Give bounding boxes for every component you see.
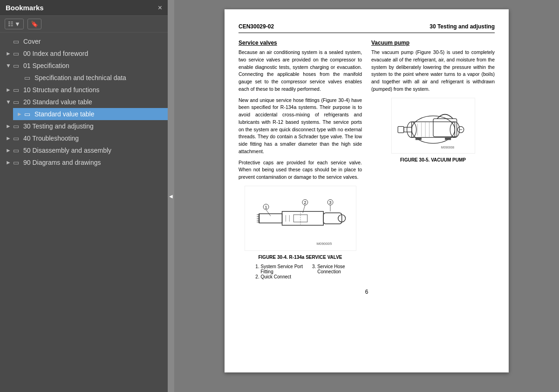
expand-icon: ►	[6, 159, 13, 166]
page-header-right: 30 Testing and adjusting	[429, 23, 495, 30]
figure-30-4-legend: 1. System Service Port Fitting 2. Quick …	[255, 264, 345, 279]
sidebar-item-01-spec[interactable]: ▼ ▭ 01 Specification	[0, 60, 168, 72]
svg-rect-31	[398, 126, 404, 132]
figure-30-4-image: 1 2 3 M090005	[245, 186, 356, 251]
sidebar-item-standard-value-table[interactable]: ► ▭ Standard value table	[13, 108, 168, 120]
svg-text:1: 1	[265, 205, 267, 210]
sidebar-item-label: 01 Specification	[23, 62, 164, 69]
main-content: CEN30029-02 30 Testing and adjusting Ser…	[174, 0, 559, 392]
left-column: Service valves Because an air conditioni…	[239, 40, 362, 279]
figure-30-4-container: 1 2 3 M090005	[239, 186, 362, 279]
right-column: Vacuum pump The vacuum pump (Figure 30-5…	[371, 40, 495, 279]
sidebar-item-label: 40 Troubleshooting	[23, 135, 164, 142]
sidebar-header: Bookmarks ×	[0, 0, 168, 16]
sidebar-item-40-trouble[interactable]: ► ▭ 40 Troubleshooting	[0, 132, 168, 144]
content-columns: Service valves Because an air conditioni…	[239, 40, 495, 279]
bookmark-icon: ▭	[13, 159, 21, 166]
svg-rect-8	[323, 213, 341, 224]
legend-item-3: 3. Service Hose	[312, 264, 345, 269]
sidebar-item-90-diagrams[interactable]: ► ▭ 90 Diagrams and drawings	[0, 156, 168, 169]
svg-rect-39	[445, 137, 451, 140]
sidebar-item-label: 10 Structure and functions	[23, 86, 164, 94]
svg-rect-30	[403, 127, 411, 132]
svg-line-14	[266, 210, 271, 216]
legend-item-2: 2. Quick Connect	[255, 274, 303, 279]
svg-text:M090005: M090005	[316, 242, 332, 246]
expand-icon: ►	[6, 87, 13, 93]
figure-30-4-caption: FIGURE 30-4. R-134a SERVICE VALVE	[239, 255, 362, 260]
legend-item-3b: Connection	[312, 269, 345, 274]
sidebar-item-label: 20 Standard value table	[23, 98, 164, 106]
service-valves-para3: Protective caps are provided for each se…	[239, 159, 362, 181]
svg-rect-38	[416, 137, 422, 140]
view-options-button[interactable]: ☷ ▼	[5, 19, 24, 29]
figure-30-5-caption: FIGURE 30-5. VACUUM PUMP	[371, 157, 495, 162]
svg-text:M090008: M090008	[441, 145, 454, 149]
svg-rect-29	[433, 118, 457, 136]
service-valves-para2: New and unique service hose fittings (Fi…	[239, 97, 362, 155]
bookmark-tree: ▭ Cover ► ▭ 00 Index and foreword ▼ ▭ 01…	[0, 33, 168, 392]
page-container: CEN30029-02 30 Testing and adjusting Ser…	[225, 9, 509, 372]
bookmark-icon: ▭	[13, 86, 21, 94]
bookmark-icon: ▭	[13, 98, 21, 106]
sidebar-item-10-structure[interactable]: ► ▭ 10 Structure and functions	[0, 84, 168, 96]
close-button[interactable]: ×	[158, 4, 162, 12]
bookmark-icon: ▭	[13, 38, 21, 45]
page-header: CEN30029-02 30 Testing and adjusting	[239, 23, 495, 33]
bookmark-icon: ▭	[13, 135, 21, 142]
bookmark-icon: ▭	[24, 74, 33, 81]
sidebar-item-label: 90 Diagrams and drawings	[23, 159, 164, 166]
bookmark-button[interactable]: 🔖	[27, 19, 41, 29]
sidebar-item-label: Standard value table	[34, 110, 164, 118]
sidebar-item-label: 50 Disassembly and assembly	[23, 147, 164, 154]
expand-icon: ►	[6, 50, 13, 57]
sidebar-title: Bookmarks	[6, 4, 44, 12]
sidebar: Bookmarks × ☷ ▼ 🔖 ▭ Cover ► ▭ 00 Index a…	[0, 0, 168, 392]
svg-text:3: 3	[329, 200, 331, 205]
bookmark-icon: ▭	[13, 122, 21, 130]
expand-icon: ►	[6, 135, 13, 142]
legend-item-1b: Fitting	[255, 269, 303, 274]
expand-icon: ▼	[6, 99, 13, 105]
sidebar-item-label: Specification and technical data	[34, 74, 164, 81]
figure-30-5-image: M090008	[391, 98, 475, 154]
expand-icon: ►	[17, 111, 24, 117]
sidebar-item-01-spec-children: ▭ Specification and technical data	[0, 72, 168, 84]
bookmark-icon: ▭	[13, 62, 21, 69]
service-valves-heading: Service valves	[239, 40, 362, 46]
expand-icon: ▼	[6, 62, 13, 69]
bookmark-icon: ▭	[13, 147, 21, 154]
splitter-arrow[interactable]: ◀	[168, 0, 174, 392]
sidebar-item-30-testing[interactable]: ► ▭ 30 Testing and adjusting	[0, 120, 168, 132]
view-icon: ☷	[8, 20, 14, 27]
page-header-left: CEN30029-02	[239, 23, 274, 30]
expand-icon	[6, 38, 13, 45]
sidebar-item-label: 30 Testing and adjusting	[23, 122, 164, 130]
bookmark-icon: ▭	[24, 110, 33, 118]
sidebar-item-label: Cover	[23, 38, 164, 45]
page-number: 6	[239, 289, 495, 295]
sidebar-item-spec-data[interactable]: ▭ Specification and technical data	[13, 72, 168, 84]
svg-text:2: 2	[304, 200, 306, 205]
expand-icon: ►	[6, 123, 13, 129]
sidebar-item-20-standard[interactable]: ▼ ▭ 20 Standard value table	[0, 96, 168, 108]
svg-rect-0	[282, 211, 323, 225]
service-valves-para1: Because an air conditioning system is a …	[239, 49, 362, 93]
sidebar-item-cover[interactable]: ▭ Cover	[0, 35, 168, 47]
vacuum-pump-heading: Vacuum pump	[371, 40, 495, 46]
sidebar-item-50-disassembly[interactable]: ► ▭ 50 Disassembly and assembly	[0, 144, 168, 156]
svg-rect-1	[259, 214, 282, 223]
sidebar-item-label: 00 Index and foreword	[23, 50, 164, 57]
bookmark-icon: 🔖	[31, 20, 38, 27]
legend-item-1: 1. System Service Port	[255, 264, 303, 269]
bookmark-icon: ▭	[13, 50, 21, 57]
vacuum-pump-para1: The vacuum pump (Figure 30-5) is used to…	[371, 49, 495, 93]
figure-30-5-container: M090008 FIGURE 30-5. VACUUM PUMP	[371, 98, 495, 162]
expand-icon: ►	[6, 147, 13, 154]
sidebar-item-00-index[interactable]: ► ▭ 00 Index and foreword	[0, 47, 168, 60]
sidebar-toolbar: ☷ ▼ 🔖	[0, 16, 168, 33]
sidebar-item-20-children: ► ▭ Standard value table	[0, 108, 168, 120]
expand-icon	[17, 74, 24, 81]
dropdown-icon: ▼	[14, 20, 20, 27]
